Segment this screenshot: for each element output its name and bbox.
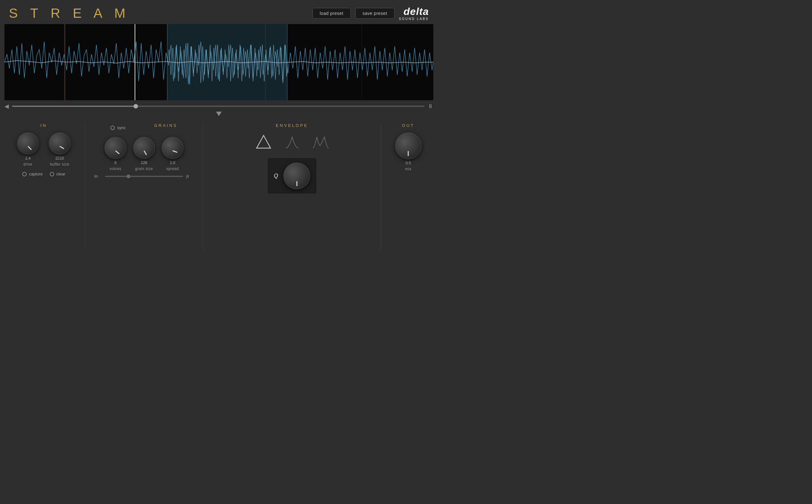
envelope-double-peak-shape[interactable] (311, 132, 330, 153)
playhead-marker (0, 110, 438, 117)
logo-sub: SOUND LABS (399, 17, 429, 21)
clear-label: clear (56, 172, 65, 176)
voices-knob-group: 5 voices (104, 137, 127, 171)
buffer-size-knob-indicator (59, 146, 64, 149)
grains-label: GRAINS (154, 123, 178, 128)
jitter-thumb (127, 174, 130, 178)
logo: delta SOUND LABS (399, 6, 429, 21)
jitter-slider[interactable] (105, 176, 183, 177)
drive-knob-group: 2.4 drive (17, 132, 39, 167)
envelope-triangle-shape[interactable] (254, 132, 273, 153)
drive-knob-indicator (28, 146, 32, 150)
app-title: S T R E A M (9, 6, 130, 21)
section-out: OUT 0.5 mix (388, 123, 429, 171)
jit-label: jit (186, 174, 194, 179)
in-knobs-row: 2.4 drive 2210 buffer size (17, 132, 71, 167)
grain-size-value: 228 (141, 160, 147, 165)
capture-label: capture (29, 172, 43, 176)
controls-section: IN 2.4 drive 2210 buffer size (0, 117, 438, 257)
q-knob-indicator (296, 181, 297, 186)
play-left-button[interactable]: ◀ (4, 103, 9, 110)
envelope-bell-shape[interactable] (283, 132, 302, 153)
mix-label: mix (405, 167, 411, 171)
envelope-shapes (254, 132, 330, 153)
capture-radio-circle (22, 172, 27, 176)
divider-3 (381, 123, 381, 251)
header-right: load preset save preset delta SOUND LABS (312, 6, 429, 21)
spread-knob-group: 1.0 spread (161, 137, 184, 171)
drive-knob[interactable] (17, 132, 39, 154)
spread-label: spread (166, 167, 179, 171)
slider-thumb (134, 104, 138, 108)
sync-control[interactable]: sync (110, 125, 126, 130)
mix-knob[interactable] (395, 132, 422, 159)
slider-fill (12, 106, 136, 107)
grain-size-knob[interactable] (133, 137, 155, 159)
q-box: Q (267, 158, 317, 194)
out-label: OUT (402, 123, 414, 128)
playback-slider[interactable] (12, 106, 424, 107)
jitter-row: lin jit (92, 174, 196, 179)
drive-value: 2.4 (25, 156, 31, 160)
in-label: IN (41, 123, 47, 128)
waveform-display[interactable] (4, 24, 433, 100)
q-knob[interactable] (283, 162, 310, 189)
buffer-size-knob-group: 2210 buffer size (49, 132, 71, 167)
voices-label: voices (109, 167, 121, 171)
clear-radio-circle (50, 172, 54, 176)
spread-knob-indicator (172, 150, 177, 153)
sync-label: sync (117, 125, 126, 130)
grain-size-knob-indicator (144, 150, 147, 155)
pause-button[interactable]: ⏸ (428, 103, 433, 110)
clear-radio[interactable]: clear (50, 172, 65, 176)
voices-knob-indicator (115, 150, 120, 154)
mix-knob-group: 0.5 mix (395, 132, 422, 171)
drive-label: drive (23, 162, 33, 167)
svg-marker-10 (257, 135, 271, 148)
mix-knob-indicator (408, 151, 409, 156)
buffer-size-label: buffer size (50, 162, 69, 167)
voices-value: 5 (115, 160, 117, 165)
logo-main: delta (403, 6, 429, 16)
mix-value: 0.5 (406, 161, 411, 165)
waveform-svg (4, 24, 433, 100)
grain-size-knob-group: 228 grain size (133, 137, 155, 171)
header: S T R E A M load preset save preset delt… (0, 0, 438, 24)
save-preset-button[interactable]: save preset (355, 8, 395, 19)
divider-2 (203, 123, 203, 251)
triangle-down-icon (216, 112, 222, 116)
capture-clear-row: capture clear (22, 172, 65, 176)
voices-knob[interactable] (104, 137, 127, 159)
lin-label: lin (94, 174, 102, 179)
section-in: IN 2.4 drive 2210 buffer size (9, 123, 79, 176)
section-envelope: ENVELOPE Q (209, 123, 375, 194)
spread-value: 1.0 (170, 160, 175, 165)
grains-header: sync GRAINS (92, 123, 196, 132)
section-grains: sync GRAINS 5 voices 228 grain size (92, 123, 196, 179)
load-preset-button[interactable]: load preset (312, 8, 351, 19)
spread-knob[interactable] (161, 137, 184, 159)
buffer-size-knob[interactable] (49, 132, 71, 154)
buffer-size-value: 2210 (56, 156, 64, 160)
divider-1 (85, 123, 85, 251)
envelope-label: ENVELOPE (276, 123, 308, 128)
q-label: Q (274, 173, 278, 179)
grain-size-label: grain size (135, 167, 153, 171)
playback-bar: ◀ ⏸ (0, 100, 438, 110)
sync-radio-circle (110, 126, 115, 130)
capture-radio[interactable]: capture (22, 172, 43, 176)
grains-knobs: 5 voices 228 grain size 1.0 spread (104, 137, 184, 171)
